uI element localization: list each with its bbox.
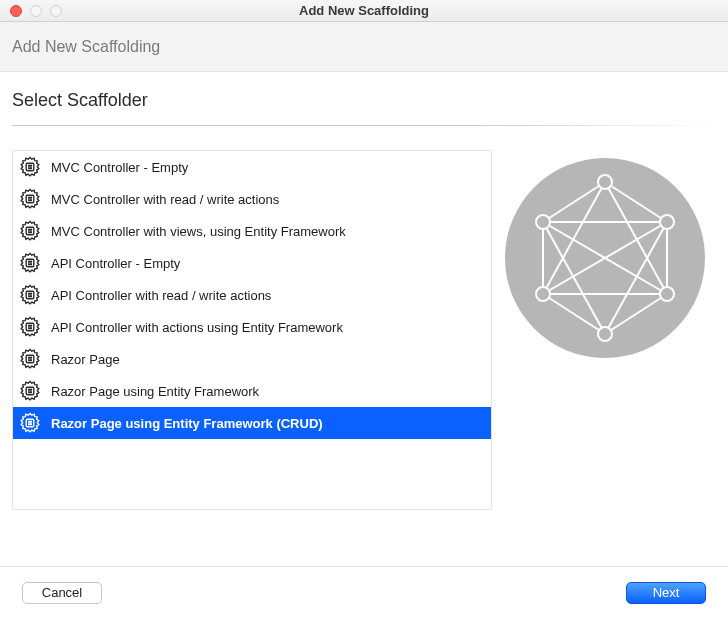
scaffold-gear-icon xyxy=(17,154,43,180)
scaffold-gear-icon xyxy=(17,282,43,308)
scaffolder-item-label: API Controller with read / write actions xyxy=(51,288,271,303)
svg-point-53 xyxy=(660,215,674,229)
subheader: Add New Scaffolding xyxy=(0,22,728,72)
scaffolder-item[interactable]: API Controller with read / write actions xyxy=(13,279,491,311)
next-button-label: Next xyxy=(653,585,680,600)
scaffolder-item-label: MVC Controller with views, using Entity … xyxy=(51,224,346,239)
scaffolder-listbox[interactable]: MVC Controller - Empty MVC Controller wi… xyxy=(12,150,492,510)
scaffolder-item[interactable]: API Controller with actions using Entity… xyxy=(13,311,491,343)
scaffolder-item-label: API Controller - Empty xyxy=(51,256,180,271)
cancel-button[interactable]: Cancel xyxy=(22,582,102,604)
svg-point-51 xyxy=(598,175,612,189)
svg-point-54 xyxy=(536,287,550,301)
scaffolder-item[interactable]: MVC Controller - Empty xyxy=(13,151,491,183)
content: Select Scaffolder MVC Controller - Empty… xyxy=(0,72,728,566)
cancel-button-label: Cancel xyxy=(42,585,82,600)
scaffolder-item[interactable]: MVC Controller with read / write actions xyxy=(13,183,491,215)
scaffolder-item-label: Razor Page xyxy=(51,352,120,367)
preview-pane xyxy=(492,150,728,358)
scaffolder-item[interactable]: Razor Page using Entity Framework (CRUD) xyxy=(13,407,491,439)
scaffold-gear-icon xyxy=(17,346,43,372)
scaffolder-item-label: Razor Page using Entity Framework xyxy=(51,384,259,399)
scaffolder-item-label: MVC Controller with read / write actions xyxy=(51,192,279,207)
scaffold-preview-icon xyxy=(505,158,705,358)
traffic-lights xyxy=(0,5,62,17)
svg-point-56 xyxy=(598,327,612,341)
section-title: Select Scaffolder xyxy=(0,72,728,125)
body-area: MVC Controller - Empty MVC Controller wi… xyxy=(0,126,728,566)
close-window-button[interactable] xyxy=(10,5,22,17)
svg-point-52 xyxy=(536,215,550,229)
svg-point-55 xyxy=(660,287,674,301)
next-button[interactable]: Next xyxy=(626,582,706,604)
titlebar: Add New Scaffolding xyxy=(0,0,728,22)
scaffold-gear-icon xyxy=(17,378,43,404)
scaffolder-item-label: Razor Page using Entity Framework (CRUD) xyxy=(51,416,323,431)
maximize-window-button xyxy=(50,5,62,17)
scaffolder-item-label: API Controller with actions using Entity… xyxy=(51,320,343,335)
subheader-title: Add New Scaffolding xyxy=(12,38,160,56)
scaffolder-item[interactable]: MVC Controller with views, using Entity … xyxy=(13,215,491,247)
scaffold-gear-icon xyxy=(17,410,43,436)
scaffold-gear-icon xyxy=(17,218,43,244)
window-title: Add New Scaffolding xyxy=(0,3,728,18)
scaffolder-item[interactable]: API Controller - Empty xyxy=(13,247,491,279)
scaffolder-item[interactable]: Razor Page using Entity Framework xyxy=(13,375,491,407)
scaffold-gear-icon xyxy=(17,186,43,212)
footer: Cancel Next xyxy=(0,566,728,618)
minimize-window-button xyxy=(30,5,42,17)
scaffold-gear-icon xyxy=(17,250,43,276)
scaffolder-item[interactable]: Razor Page xyxy=(13,343,491,375)
scaffolder-item-label: MVC Controller - Empty xyxy=(51,160,188,175)
scaffold-gear-icon xyxy=(17,314,43,340)
